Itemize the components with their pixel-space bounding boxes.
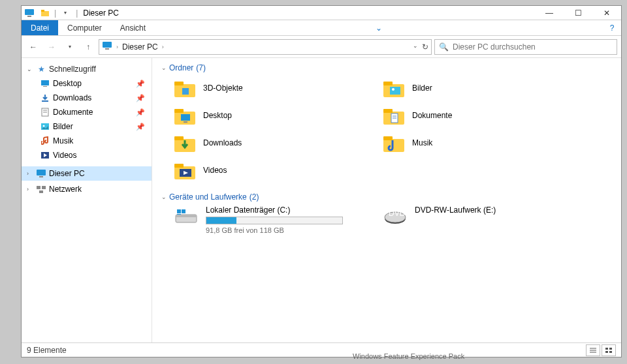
drive-icon: DVD xyxy=(382,205,408,228)
background-text: Windows Feature Experience Pack xyxy=(353,352,464,360)
maximize-button[interactable]: ☐ xyxy=(564,6,592,20)
sidebar-this-pc[interactable]: › Dieser PC xyxy=(22,166,152,181)
breadcrumb-sep-icon[interactable]: › xyxy=(116,44,118,50)
folder-item[interactable]: 3D-Objekte xyxy=(173,76,369,100)
folder-label: Downloads xyxy=(203,138,242,147)
navigation-pane: ⌄ ★ Schnellzugriff Desktop📌Downloads📌Dok… xyxy=(22,58,152,342)
folder-item[interactable]: Dokumente xyxy=(382,104,578,127)
folder-item[interactable]: Videos xyxy=(173,159,369,182)
folder-item[interactable]: Musik xyxy=(382,131,578,155)
sidebar-quick-item[interactable]: Downloads📌 xyxy=(22,91,152,105)
svg-rect-30 xyxy=(184,121,187,123)
svg-rect-56 xyxy=(605,351,608,353)
group-header-drives[interactable]: ⌄ Geräte und Laufwerke (2) xyxy=(156,190,621,204)
tab-file[interactable]: Datei xyxy=(22,20,58,35)
group-header-folders[interactable]: ⌄ Ordner (7) xyxy=(156,61,621,75)
svg-rect-57 xyxy=(609,351,612,353)
address-bar[interactable]: › Dieser PC › ⌄ ↻ xyxy=(99,39,432,55)
svg-rect-1 xyxy=(27,16,31,17)
this-pc-small-icon xyxy=(102,41,112,52)
svg-rect-8 xyxy=(42,100,48,102)
svg-rect-2 xyxy=(41,11,49,16)
this-pc-icon xyxy=(36,168,46,179)
chevron-down-icon[interactable]: ⌄ xyxy=(161,194,167,200)
svg-rect-15 xyxy=(37,170,46,175)
ribbon-question-icon[interactable]: ? xyxy=(603,20,621,35)
breadcrumb-sep-icon[interactable]: › xyxy=(162,44,164,50)
sidebar-network[interactable]: › Netzwerk xyxy=(22,182,152,196)
svg-rect-6 xyxy=(41,80,49,85)
breadcrumb-root[interactable]: Dieser PC xyxy=(122,42,158,52)
drive-label: DVD-RW-Laufwerk (E:) xyxy=(415,205,558,215)
view-details-button[interactable] xyxy=(586,344,600,356)
folder-item[interactable]: Desktop xyxy=(173,104,369,127)
drive-item[interactable]: DVDDVD-RW-Laufwerk (E:) xyxy=(382,205,578,234)
up-button[interactable]: ↑ xyxy=(80,39,96,55)
explorer-window: | ▾ | Dieser PC — ☐ ✕ Datei Computer Ans… xyxy=(21,5,622,357)
drive-item[interactable]: Lokaler Datenträger (C:)91,8 GB frei von… xyxy=(173,205,369,234)
svg-rect-39 xyxy=(383,136,393,140)
address-dropdown-icon[interactable]: ⌄ xyxy=(413,42,418,52)
svg-rect-32 xyxy=(383,109,393,113)
svg-rect-47 xyxy=(177,214,181,215)
svg-rect-18 xyxy=(42,186,46,189)
sidebar-quick-item[interactable]: Desktop📌 xyxy=(22,76,152,91)
item-icon xyxy=(40,93,50,103)
svg-rect-54 xyxy=(605,348,608,350)
svg-rect-46 xyxy=(182,209,185,213)
sidebar-item-label: Videos xyxy=(53,151,76,160)
back-button[interactable]: ← xyxy=(25,39,41,55)
folder-icon xyxy=(173,132,197,153)
chevron-right-icon[interactable]: › xyxy=(27,170,33,177)
forward-button[interactable]: → xyxy=(44,39,59,55)
sidebar-item-label: Bilder xyxy=(53,122,73,131)
folder-label: Desktop xyxy=(203,111,232,120)
tab-computer[interactable]: Computer xyxy=(58,20,111,35)
chevron-down-icon[interactable]: ⌄ xyxy=(27,66,33,72)
recent-dropdown-icon[interactable]: ▾ xyxy=(62,39,78,55)
chevron-right-icon[interactable]: › xyxy=(27,186,33,192)
folder-item[interactable]: Bilder xyxy=(382,76,578,100)
title-bar: | ▾ | Dieser PC — ☐ ✕ xyxy=(22,6,621,20)
qat-separator2: | xyxy=(76,8,78,18)
pin-icon: 📌 xyxy=(136,94,145,102)
svg-rect-38 xyxy=(383,139,404,152)
sidebar-item-label: Musik xyxy=(53,136,73,145)
refresh-icon[interactable]: ↻ xyxy=(422,42,428,52)
search-input[interactable] xyxy=(453,42,613,52)
folder-label: Musik xyxy=(412,138,432,147)
qat-separator: | xyxy=(54,8,56,18)
sidebar-quick-item[interactable]: Musik xyxy=(22,134,152,148)
drive-icon xyxy=(173,205,199,228)
sidebar-quick-access[interactable]: ⌄ ★ Schnellzugriff xyxy=(22,62,152,76)
folder-icon xyxy=(173,78,197,99)
svg-rect-5 xyxy=(105,48,109,50)
pin-icon: 📌 xyxy=(136,123,145,131)
chevron-down-icon[interactable]: ⌄ xyxy=(161,65,167,71)
close-button[interactable]: ✕ xyxy=(592,6,621,20)
ribbon-help-icon[interactable]: ⌄ xyxy=(370,20,388,35)
folder-item[interactable]: Downloads xyxy=(173,131,369,155)
sidebar-quick-item[interactable]: Bilder📌 xyxy=(22,119,152,134)
item-icon xyxy=(40,136,50,146)
svg-rect-25 xyxy=(390,87,400,95)
svg-rect-24 xyxy=(383,82,393,85)
search-box[interactable]: 🔍 xyxy=(434,39,617,55)
status-item-count: 9 Elemente xyxy=(27,346,67,355)
this-pc-icon xyxy=(24,8,35,18)
view-icons-button[interactable] xyxy=(602,344,616,356)
svg-rect-17 xyxy=(37,186,40,189)
window-title: Dieser PC xyxy=(83,8,119,18)
sidebar-item-label: Dokumente xyxy=(53,108,93,117)
pin-icon: 📌 xyxy=(136,80,145,88)
item-icon xyxy=(40,150,50,160)
folder-label: Videos xyxy=(203,166,227,175)
ribbon-tabs: Datei Computer Ansicht ⌄ ? xyxy=(22,20,621,36)
sidebar-quick-item[interactable]: Dokumente📌 xyxy=(22,105,152,119)
svg-point-26 xyxy=(392,88,394,91)
qat-dropdown-icon[interactable]: ▾ xyxy=(60,8,71,18)
tab-view[interactable]: Ansicht xyxy=(111,20,155,35)
minimize-button[interactable]: — xyxy=(535,6,564,20)
sidebar-quick-item[interactable]: Videos xyxy=(22,148,152,162)
group-count: (2) xyxy=(249,192,259,202)
